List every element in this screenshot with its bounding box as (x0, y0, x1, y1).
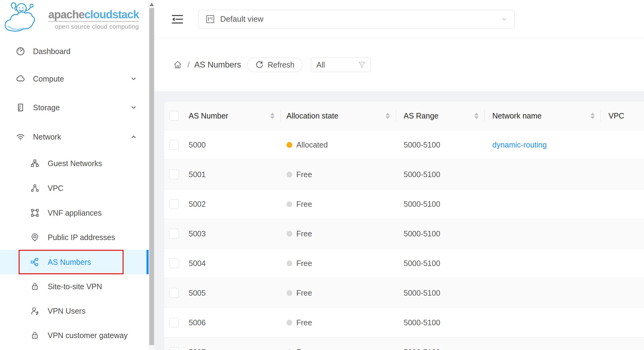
as-number-cell: 5002 (184, 189, 281, 219)
sort-carets-icon[interactable] (590, 113, 595, 119)
allocation-state-cell: Free (281, 249, 396, 278)
sidebar-item-label: Site-to-site VPN (48, 282, 102, 291)
table-row: 5007 Free 5000-5100 (164, 337, 644, 350)
vpc-cell (601, 278, 644, 308)
scrollbar-thumb[interactable] (149, 8, 154, 345)
sidebar-item-label: Guest Networks (48, 159, 102, 168)
wifi-icon (16, 132, 25, 141)
chevron-down-icon (130, 75, 137, 82)
sidebar-item-label: Compute (33, 75, 64, 83)
sidebar-scrollbar[interactable] (149, 0, 155, 350)
row-select-cell (164, 160, 184, 189)
reload-icon (255, 61, 264, 69)
vnf-appliances-icon (31, 209, 39, 217)
row-checkbox[interactable] (169, 258, 179, 268)
table-row: 5000 Allocated 5000-5100 dynamic-routing (164, 130, 644, 160)
sidebar-item-vpc[interactable]: VPC (0, 176, 149, 200)
as-range-cell: 5000-5100 (396, 308, 485, 337)
column-header-as-range[interactable]: AS Range (396, 102, 485, 130)
vpc-cell (601, 337, 644, 350)
row-select-cell (164, 189, 184, 219)
breadcrumb-separator: / (187, 60, 190, 70)
table-row: 5004 Free 5000-5100 (164, 249, 644, 278)
brand-tagline: open source cloud computing (48, 21, 139, 30)
row-checkbox[interactable] (169, 318, 179, 327)
as-numbers-icon (31, 258, 39, 266)
menu-fold-icon (171, 13, 183, 25)
sidebar-item-label: Network (33, 133, 61, 141)
row-checkbox[interactable] (169, 347, 179, 350)
network-name-cell (485, 249, 601, 278)
lock-icon (31, 282, 39, 291)
brand-cloudstack: cloudstack (84, 8, 139, 21)
allocation-state-label: Free (296, 318, 312, 327)
sort-carets-icon[interactable] (386, 113, 390, 119)
column-header-allocation-state[interactable]: Allocation state (281, 102, 396, 130)
sidebar-item-public-ip-addresses[interactable]: Public IP addresses (0, 225, 149, 250)
sidebar-item-site-to-site-vpn[interactable]: Site-to-site VPN (0, 274, 149, 299)
row-checkbox[interactable] (169, 140, 179, 150)
filter-select[interactable]: All (311, 57, 371, 72)
sidebar-item-label: VPN Users (48, 307, 86, 315)
sidebar-item-storage[interactable]: Storage (0, 95, 149, 120)
column-header-network-name[interactable]: Network name (485, 102, 601, 130)
row-checkbox[interactable] (169, 199, 179, 209)
breadcrumb-current: AS Numbers (194, 60, 241, 70)
status-dot (287, 290, 292, 296)
network-name-cell: dynamic-routing (485, 130, 601, 159)
filter-select-value: All (316, 60, 325, 69)
network-name-cell (485, 160, 601, 189)
vpc-icon (31, 184, 39, 192)
sidebar-item-label: VNF appliances (48, 209, 102, 217)
storage-icon (16, 103, 25, 112)
select-all-checkbox[interactable] (169, 111, 179, 121)
network-name-cell (485, 337, 601, 350)
table-row: 5002 Free 5000-5100 (164, 189, 644, 219)
row-select-cell (164, 308, 184, 337)
sidebar-item-label: AS Numbers (48, 258, 91, 267)
sidebar-item-dashboard[interactable]: Dashboard (0, 39, 149, 64)
as-number-cell: 5001 (184, 160, 281, 189)
allocation-state-cell: Free (281, 278, 396, 308)
sidebar-item-compute[interactable]: Compute (0, 67, 149, 91)
sidebar-item-vpn-users[interactable]: VPN Users (0, 299, 149, 323)
column-header-label: AS Number (189, 111, 228, 120)
vpc-cell (601, 308, 644, 337)
column-header-as-number[interactable]: AS Number (184, 102, 281, 130)
vpc-cell (601, 219, 644, 248)
app-logo: apachecloudstack open source cloud compu… (4, 1, 139, 34)
network-link[interactable]: dynamic-routing (492, 140, 547, 149)
sort-carets-icon[interactable] (270, 113, 275, 119)
network-name-cell (485, 278, 601, 308)
column-header-vpc[interactable]: VPC (601, 102, 644, 130)
as-range-cell: 5000-5100 (396, 337, 485, 350)
allocation-state-label: Free (296, 200, 312, 209)
sidebar-item-vnf-appliances[interactable]: VNF appliances (0, 201, 149, 225)
view-selector[interactable]: Default view (198, 10, 515, 29)
sidebar-item-vpn-customer-gateway[interactable]: VPN customer gateway (0, 323, 149, 348)
sidebar-collapse-button[interactable] (171, 13, 185, 26)
row-checkbox[interactable] (169, 229, 179, 239)
allocation-state-cell: Allocated (281, 130, 396, 159)
allocation-state-cell: Free (281, 219, 396, 248)
home-icon[interactable] (173, 60, 182, 69)
sidebar-item-guest-networks[interactable]: Guest Networks (0, 151, 149, 176)
column-header-label: Allocation state (287, 111, 339, 120)
sidebar-item-as-numbers[interactable]: AS Numbers (0, 250, 149, 274)
sidebar-item-label: Public IP addresses (48, 233, 115, 242)
vpn-users-icon (31, 307, 39, 315)
project-icon (206, 15, 215, 24)
sidebar-item-network[interactable]: Network (0, 125, 149, 149)
as-range-cell: 5000-5100 (396, 189, 485, 219)
row-checkbox[interactable] (169, 170, 179, 179)
network-name-cell (485, 189, 601, 219)
status-dot (287, 172, 292, 177)
vpc-cell (601, 160, 644, 189)
scrollbar-up-arrow-icon[interactable] (150, 3, 154, 6)
top-header: Default view (155, 0, 644, 38)
sort-carets-icon[interactable] (474, 113, 479, 119)
row-checkbox[interactable] (169, 288, 179, 298)
refresh-button[interactable]: Refresh (247, 57, 303, 72)
column-header-label: VPC (609, 111, 624, 120)
as-numbers-table: AS Number Allocation state AS Range Netw… (164, 102, 644, 350)
